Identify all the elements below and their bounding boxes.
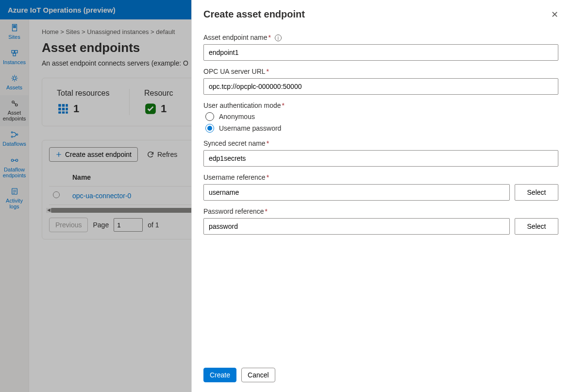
server-url-input[interactable] [203, 78, 558, 95]
radio-icon-selected [205, 124, 214, 133]
create-button[interactable]: Create [203, 368, 236, 382]
field-username-ref: Username reference* Select [203, 173, 558, 201]
field-label: Asset endpoint name [203, 34, 268, 41]
field-label: User authentication mode [203, 102, 281, 109]
field-server-url: OPC UA server URL* [203, 68, 558, 95]
field-label: Synced secret name [203, 139, 266, 147]
panel-title: Create asset endpoint [203, 9, 305, 20]
close-icon[interactable]: ✕ [551, 9, 558, 20]
username-ref-input[interactable] [203, 184, 510, 201]
field-label: OPC UA server URL [203, 68, 266, 75]
password-ref-input[interactable] [203, 218, 510, 235]
password-select-button[interactable]: Select [515, 218, 558, 235]
radio-label: Username password [219, 124, 281, 132]
field-secret-name: Synced secret name* [203, 139, 558, 167]
radio-label: Anonymous [219, 113, 255, 120]
create-asset-endpoint-panel: Create asset endpoint ✕ Asset endpoint n… [191, 0, 570, 392]
field-label: Username reference [203, 173, 266, 181]
username-select-button[interactable]: Select [515, 184, 558, 201]
field-auth-mode: User authentication mode* Anonymous User… [203, 102, 558, 133]
required-mark: * [282, 102, 285, 109]
auth-mode-username-password[interactable]: Username password [205, 124, 556, 133]
required-mark: * [267, 139, 269, 147]
required-mark: * [265, 207, 268, 215]
field-label: Password reference [203, 207, 264, 215]
required-mark: * [267, 173, 269, 181]
radio-icon [205, 112, 214, 121]
auth-mode-anonymous[interactable]: Anonymous [205, 112, 556, 121]
field-password-ref: Password reference* Select [203, 207, 558, 235]
field-endpoint-name: Asset endpoint name* i [203, 34, 558, 61]
secret-name-input[interactable] [203, 150, 558, 167]
required-mark: * [268, 34, 271, 41]
cancel-button[interactable]: Cancel [241, 368, 275, 382]
panel-footer: Create Cancel [192, 361, 570, 392]
required-mark: * [267, 68, 269, 75]
endpoint-name-input[interactable] [203, 44, 558, 61]
info-icon[interactable]: i [275, 34, 282, 41]
